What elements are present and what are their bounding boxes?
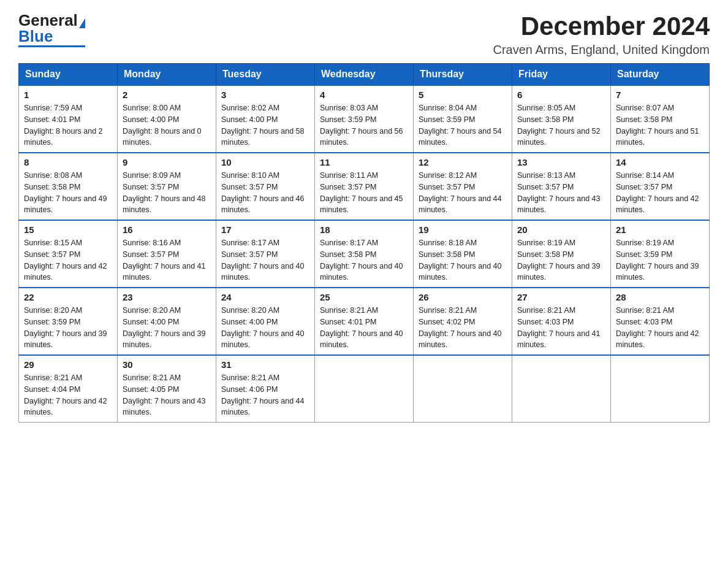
day-number: 9	[123, 157, 211, 167]
day-info: Sunrise: 8:12 AM Sunset: 3:57 PM Dayligh…	[419, 170, 507, 216]
day-info: Sunrise: 8:19 AM Sunset: 3:59 PM Dayligh…	[616, 237, 704, 283]
day-info: Sunrise: 8:18 AM Sunset: 3:58 PM Dayligh…	[419, 237, 507, 283]
day-info: Sunrise: 8:20 AM Sunset: 3:59 PM Dayligh…	[24, 305, 112, 351]
calendar-cell: 19 Sunrise: 8:18 AM Sunset: 3:58 PM Dayl…	[414, 220, 512, 288]
calendar-cell: 30 Sunrise: 8:21 AM Sunset: 4:05 PM Dayl…	[118, 355, 216, 423]
calendar-cell: 3 Sunrise: 8:02 AM Sunset: 4:00 PM Dayli…	[216, 85, 315, 153]
calendar-cell: 15 Sunrise: 8:15 AM Sunset: 3:57 PM Dayl…	[19, 220, 118, 288]
calendar-cell: 29 Sunrise: 8:21 AM Sunset: 4:04 PM Dayl…	[19, 355, 118, 423]
calendar-cell: 12 Sunrise: 8:12 AM Sunset: 3:57 PM Dayl…	[414, 153, 512, 220]
day-number: 30	[123, 359, 211, 370]
day-info: Sunrise: 8:15 AM Sunset: 3:57 PM Dayligh…	[24, 237, 112, 283]
day-info: Sunrise: 8:08 AM Sunset: 3:58 PM Dayligh…	[24, 170, 112, 216]
logo-blue-text: Blue	[18, 27, 53, 45]
calendar-cell: 27 Sunrise: 8:21 AM Sunset: 4:03 PM Dayl…	[512, 288, 611, 355]
calendar-cell: 9 Sunrise: 8:09 AM Sunset: 3:57 PM Dayli…	[118, 153, 216, 220]
calendar-cell: 26 Sunrise: 8:21 AM Sunset: 4:02 PM Dayl…	[414, 288, 512, 355]
day-number: 1	[24, 90, 112, 100]
day-info: Sunrise: 8:00 AM Sunset: 4:00 PM Dayligh…	[123, 102, 211, 148]
day-number: 25	[320, 292, 408, 302]
day-number: 5	[419, 90, 507, 100]
day-info: Sunrise: 8:10 AM Sunset: 3:57 PM Dayligh…	[221, 170, 309, 216]
calendar-cell	[611, 355, 710, 423]
day-number: 15	[24, 224, 112, 235]
header-saturday: Saturday	[611, 64, 710, 86]
day-number: 19	[419, 224, 507, 235]
day-number: 8	[24, 157, 112, 167]
logo: General Blue	[18, 12, 85, 47]
calendar-cell: 17 Sunrise: 8:17 AM Sunset: 3:57 PM Dayl…	[216, 220, 315, 288]
day-info: Sunrise: 8:09 AM Sunset: 3:57 PM Dayligh…	[123, 170, 211, 216]
calendar-cell: 14 Sunrise: 8:14 AM Sunset: 3:57 PM Dayl…	[611, 153, 710, 220]
header-row: Sunday Monday Tuesday Wednesday Thursday…	[19, 64, 710, 86]
calendar-cell: 23 Sunrise: 8:20 AM Sunset: 4:00 PM Dayl…	[118, 288, 216, 355]
day-number: 18	[320, 224, 408, 235]
calendar-subtitle: Craven Arms, England, United Kingdom	[493, 43, 710, 57]
day-number: 20	[517, 224, 605, 235]
calendar-cell	[315, 355, 414, 423]
header-monday: Monday	[118, 64, 216, 86]
logo-triangle-icon	[79, 18, 85, 28]
day-number: 26	[419, 292, 507, 302]
calendar-cell: 16 Sunrise: 8:16 AM Sunset: 3:57 PM Dayl…	[118, 220, 216, 288]
day-number: 7	[616, 90, 704, 100]
day-number: 23	[123, 292, 211, 302]
calendar-cell: 20 Sunrise: 8:19 AM Sunset: 3:58 PM Dayl…	[512, 220, 611, 288]
day-info: Sunrise: 8:03 AM Sunset: 3:59 PM Dayligh…	[320, 102, 408, 148]
day-number: 21	[616, 224, 704, 235]
day-info: Sunrise: 8:21 AM Sunset: 4:02 PM Dayligh…	[419, 305, 507, 351]
day-number: 14	[616, 157, 704, 167]
day-info: Sunrise: 8:17 AM Sunset: 3:57 PM Dayligh…	[221, 237, 309, 283]
header-sunday: Sunday	[19, 64, 118, 86]
day-info: Sunrise: 8:21 AM Sunset: 4:03 PM Dayligh…	[616, 305, 704, 351]
day-info: Sunrise: 8:21 AM Sunset: 4:05 PM Dayligh…	[123, 372, 211, 418]
calendar-cell: 8 Sunrise: 8:08 AM Sunset: 3:58 PM Dayli…	[19, 153, 118, 220]
calendar-cell: 24 Sunrise: 8:20 AM Sunset: 4:00 PM Dayl…	[216, 288, 315, 355]
calendar-cell: 6 Sunrise: 8:05 AM Sunset: 3:58 PM Dayli…	[512, 85, 611, 153]
header-tuesday: Tuesday	[216, 64, 315, 86]
day-info: Sunrise: 8:04 AM Sunset: 3:59 PM Dayligh…	[419, 102, 507, 148]
header-friday: Friday	[512, 64, 611, 86]
calendar-cell: 25 Sunrise: 8:21 AM Sunset: 4:01 PM Dayl…	[315, 288, 414, 355]
day-info: Sunrise: 8:05 AM Sunset: 3:58 PM Dayligh…	[517, 102, 605, 148]
day-number: 13	[517, 157, 605, 167]
calendar-cell: 4 Sunrise: 8:03 AM Sunset: 3:59 PM Dayli…	[315, 85, 414, 153]
calendar-cell: 1 Sunrise: 7:59 AM Sunset: 4:01 PM Dayli…	[19, 85, 118, 153]
calendar-cell: 7 Sunrise: 8:07 AM Sunset: 3:58 PM Dayli…	[611, 85, 710, 153]
day-info: Sunrise: 8:20 AM Sunset: 4:00 PM Dayligh…	[221, 305, 309, 351]
title-block: December 2024 Craven Arms, England, Unit…	[493, 12, 710, 57]
day-info: Sunrise: 8:13 AM Sunset: 3:57 PM Dayligh…	[517, 170, 605, 216]
day-info: Sunrise: 8:16 AM Sunset: 3:57 PM Dayligh…	[123, 237, 211, 283]
calendar-cell: 11 Sunrise: 8:11 AM Sunset: 3:57 PM Dayl…	[315, 153, 414, 220]
day-number: 4	[320, 90, 408, 100]
calendar-title: December 2024	[493, 12, 710, 40]
calendar-header: Sunday Monday Tuesday Wednesday Thursday…	[19, 64, 710, 86]
calendar-cell: 18 Sunrise: 8:17 AM Sunset: 3:58 PM Dayl…	[315, 220, 414, 288]
calendar-cell: 5 Sunrise: 8:04 AM Sunset: 3:59 PM Dayli…	[414, 85, 512, 153]
header-thursday: Thursday	[414, 64, 512, 86]
day-number: 16	[123, 224, 211, 235]
day-info: Sunrise: 8:17 AM Sunset: 3:58 PM Dayligh…	[320, 237, 408, 283]
day-info: Sunrise: 7:59 AM Sunset: 4:01 PM Dayligh…	[24, 102, 112, 148]
day-info: Sunrise: 8:14 AM Sunset: 3:57 PM Dayligh…	[616, 170, 704, 216]
day-number: 29	[24, 359, 112, 370]
day-number: 17	[221, 224, 309, 235]
calendar-cell	[512, 355, 611, 423]
day-number: 27	[517, 292, 605, 302]
calendar-cell: 2 Sunrise: 8:00 AM Sunset: 4:00 PM Dayli…	[118, 85, 216, 153]
day-number: 3	[221, 90, 309, 100]
calendar-week-1: 1 Sunrise: 7:59 AM Sunset: 4:01 PM Dayli…	[19, 85, 710, 153]
day-info: Sunrise: 8:21 AM Sunset: 4:01 PM Dayligh…	[320, 305, 408, 351]
calendar-cell: 28 Sunrise: 8:21 AM Sunset: 4:03 PM Dayl…	[611, 288, 710, 355]
day-info: Sunrise: 8:07 AM Sunset: 3:58 PM Dayligh…	[616, 102, 704, 148]
logo-underline	[18, 45, 85, 47]
day-info: Sunrise: 8:02 AM Sunset: 4:00 PM Dayligh…	[221, 102, 309, 148]
day-number: 22	[24, 292, 112, 302]
day-info: Sunrise: 8:11 AM Sunset: 3:57 PM Dayligh…	[320, 170, 408, 216]
page-header: General Blue December 2024 Craven Arms, …	[18, 12, 710, 57]
day-info: Sunrise: 8:21 AM Sunset: 4:04 PM Dayligh…	[24, 372, 112, 418]
day-info: Sunrise: 8:20 AM Sunset: 4:00 PM Dayligh…	[123, 305, 211, 351]
day-info: Sunrise: 8:19 AM Sunset: 3:58 PM Dayligh…	[517, 237, 605, 283]
calendar-week-5: 29 Sunrise: 8:21 AM Sunset: 4:04 PM Dayl…	[19, 355, 710, 423]
day-info: Sunrise: 8:21 AM Sunset: 4:06 PM Dayligh…	[221, 372, 309, 418]
